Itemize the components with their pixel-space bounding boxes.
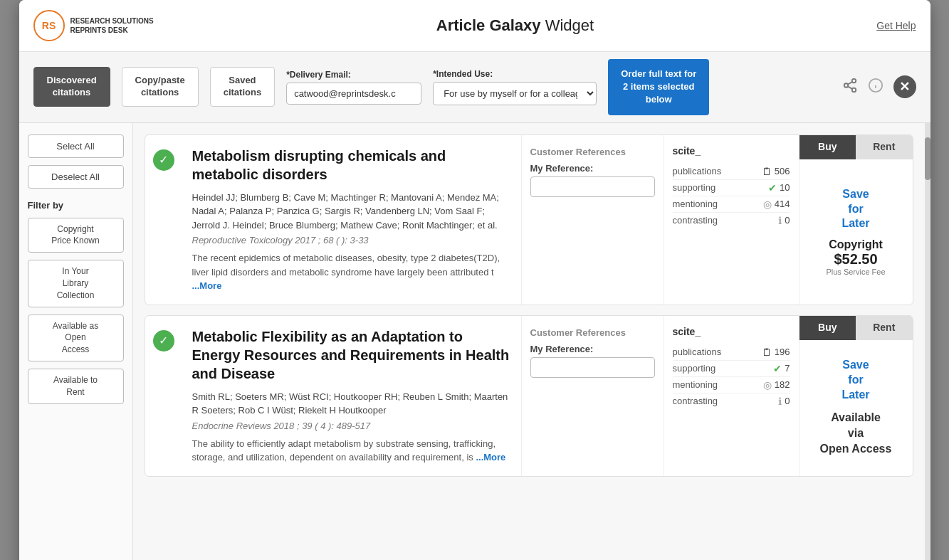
- filter-openaccess-button[interactable]: Available asOpenAccess: [28, 315, 124, 361]
- action-body: SaveforLater AvailableviaOpen Access: [809, 340, 903, 476]
- contrasting-value: 0: [785, 215, 790, 226]
- close-button[interactable]: ✕: [893, 75, 916, 98]
- scite-row: publications 🗒 506: [673, 164, 790, 180]
- customer-ref-title: Customer References: [530, 327, 655, 338]
- svg-line-3: [847, 86, 851, 89]
- main-content: Select All Deselect All Filter by Copyri…: [19, 123, 930, 560]
- supporting-value: 7: [785, 363, 790, 374]
- mentioning-value: 414: [775, 199, 790, 209]
- article-checkbox-area[interactable]: ✓: [145, 135, 182, 305]
- scite-title: scite_: [673, 326, 790, 337]
- checked-icon: ✓: [153, 330, 174, 352]
- customer-references-panel: Customer References My Reference:: [521, 316, 664, 476]
- publications-value: 196: [775, 347, 790, 357]
- share-icon-button[interactable]: [842, 78, 858, 97]
- app-title: Article Galaxy Widget: [154, 16, 877, 35]
- action-panel: Buy Rent SaveforLater AvailableviaOpen A…: [799, 316, 913, 476]
- rent-tab[interactable]: Rent: [856, 316, 913, 340]
- service-fee-text: Plus Service Fee: [826, 268, 885, 276]
- order-fulltext-button[interactable]: Order full text for 2 items selected bel…: [608, 59, 709, 115]
- tab-saved[interactable]: Saved citations: [210, 67, 275, 107]
- svg-point-2: [851, 88, 856, 92]
- buy-tab[interactable]: Buy: [799, 316, 856, 340]
- scite-title: scite_: [673, 145, 790, 157]
- article-journal: Reproductive Toxicology 2017 ; 68 ( ): 3…: [192, 235, 511, 245]
- tab-discovered[interactable]: Discovered citations: [33, 67, 110, 107]
- customer-ref-title: Customer References: [530, 147, 655, 157]
- publications-icon: 🗒: [762, 166, 772, 177]
- rent-tab[interactable]: Rent: [856, 135, 913, 159]
- scite-row: supporting ✔ 10: [673, 180, 790, 196]
- scite-panel: scite_ publications 🗒 196 supporting ✔ 7: [664, 316, 799, 476]
- scite-row: mentioning ◎ 414: [673, 196, 790, 213]
- mentioning-icon: ◎: [763, 199, 772, 210]
- get-help-link[interactable]: Get Help: [876, 20, 916, 31]
- scrollbar-track[interactable]: [925, 123, 930, 560]
- scite-row: publications 🗒 196: [673, 344, 790, 361]
- delivery-email-input[interactable]: [286, 83, 421, 105]
- mentioning-icon: ◎: [763, 379, 772, 391]
- buy-rent-tabs: Buy Rent: [799, 135, 913, 159]
- supporting-icon: ✔: [773, 363, 782, 374]
- info-icon-button[interactable]: [868, 78, 884, 97]
- article-authors: Smith RL; Soeters MR; Wüst RCI; Houtkoop…: [192, 390, 511, 418]
- article-checkbox-area[interactable]: ✓: [145, 316, 182, 476]
- scrollbar-thumb[interactable]: [925, 137, 930, 180]
- filter-library-button[interactable]: In YourLibraryCollection: [28, 260, 124, 307]
- contrasting-icon: ℹ: [778, 396, 782, 407]
- buy-tab[interactable]: Buy: [799, 135, 856, 159]
- supporting-value: 10: [780, 182, 790, 193]
- contrasting-value: 0: [785, 396, 790, 406]
- contrasting-icon: ℹ: [778, 215, 782, 226]
- action-body: SaveforLater Copyright$52.50 Plus Servic…: [814, 159, 896, 305]
- article-card: ✓ Metabolism disrupting chemicals and me…: [145, 134, 913, 305]
- svg-point-1: [844, 83, 848, 88]
- article-body: Metabolism disrupting chemicals and meta…: [182, 135, 521, 305]
- article-abstract: The recent epidemics of metabolic diseas…: [192, 251, 511, 293]
- mentioning-value: 182: [775, 379, 790, 390]
- svg-line-4: [847, 82, 851, 85]
- price-area: Copyright$52.50 Plus Service Fee: [826, 238, 885, 276]
- scite-row: mentioning ◎ 182: [673, 377, 790, 393]
- intended-use-label: *Intended Use:: [433, 69, 597, 79]
- my-reference-label: My Reference:: [530, 344, 655, 354]
- article-body: Metabolic Flexibility as an Adaptation t…: [182, 316, 521, 476]
- my-reference-input[interactable]: [530, 357, 655, 378]
- article-abstract: The ability to efficiently adapt metabol…: [192, 437, 511, 465]
- scite-panel: scite_ publications 🗒 506 supporting ✔ 1…: [664, 135, 799, 305]
- filter-rent-button[interactable]: Available toRent: [28, 369, 124, 404]
- intended-use-select[interactable]: For use by myself or for a colleagu: [433, 82, 597, 105]
- widget-container: RS RESEARCH SOLUTIONS REPRINTS DESK Arti…: [19, 0, 930, 560]
- sidebar: Select All Deselect All Filter by Copyri…: [19, 123, 133, 560]
- tab-copypaste[interactable]: Copy/paste citations: [122, 67, 199, 107]
- header: RS RESEARCH SOLUTIONS REPRINTS DESK Arti…: [19, 0, 930, 52]
- article-authors: Heindel JJ; Blumberg B; Cave M; Machting…: [192, 191, 511, 233]
- open-access-text: AvailableviaOpen Access: [820, 410, 892, 458]
- customer-references-panel: Customer References My Reference:: [521, 135, 664, 305]
- article-more-link[interactable]: ...More: [476, 452, 505, 463]
- article-more-link[interactable]: ...More: [192, 280, 222, 291]
- article-card: ✓ Metabolic Flexibility as an Adaptation…: [145, 315, 913, 477]
- deselect-all-button[interactable]: Deselect All: [28, 165, 124, 189]
- save-for-later-button[interactable]: SaveforLater: [841, 187, 869, 231]
- buy-rent-tabs: Buy Rent: [799, 316, 913, 340]
- articles-list: ✓ Metabolism disrupting chemicals and me…: [133, 123, 925, 560]
- delivery-email-label: *Delivery Email:: [286, 70, 421, 80]
- publications-value: 506: [775, 166, 790, 176]
- supporting-icon: ✔: [768, 182, 777, 194]
- article-title: Metabolism disrupting chemicals and meta…: [192, 147, 511, 184]
- filter-copyright-button[interactable]: CopyrightPrice Known: [28, 218, 124, 253]
- publications-icon: 🗒: [762, 347, 772, 358]
- toolbar-icons: ✕: [842, 75, 916, 98]
- toolbar: Discovered citations Copy/paste citation…: [19, 52, 930, 123]
- filter-by-label: Filter by: [28, 200, 124, 211]
- svg-point-0: [851, 79, 856, 83]
- logo-area: RS RESEARCH SOLUTIONS REPRINTS DESK: [33, 10, 154, 41]
- logo-text: RESEARCH SOLUTIONS REPRINTS DESK: [70, 16, 154, 35]
- scite-row: contrasting ℹ 0: [673, 213, 790, 228]
- my-reference-input[interactable]: [530, 176, 655, 197]
- save-for-later-button[interactable]: SaveforLater: [841, 358, 869, 402]
- logo-icon: RS: [33, 10, 65, 41]
- select-all-button[interactable]: Select All: [28, 134, 124, 158]
- delivery-email-field-group: *Delivery Email:: [286, 70, 421, 105]
